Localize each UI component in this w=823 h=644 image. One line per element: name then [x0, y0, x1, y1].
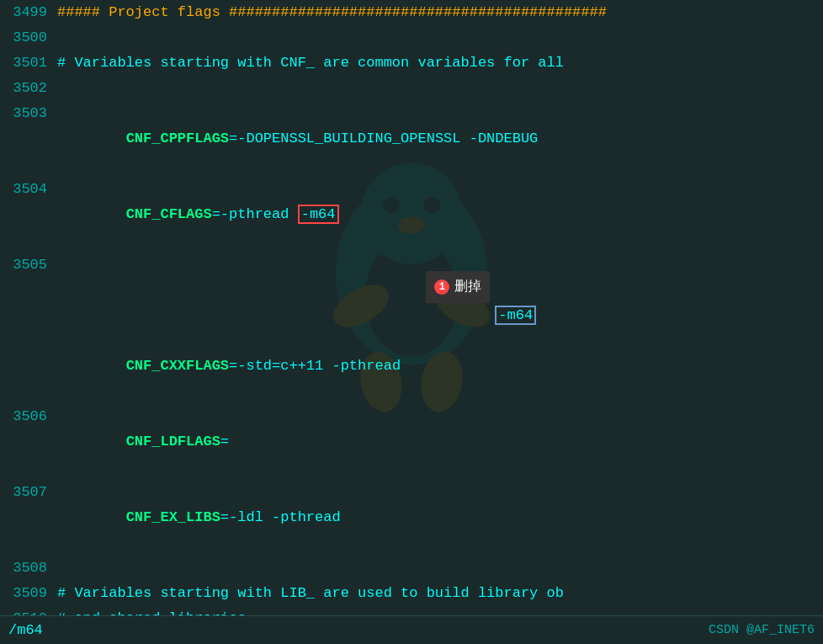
code-lines: 3499 ##### Project flags ###############… — [0, 0, 823, 615]
keyword: CNF_CXXFLAGS — [126, 358, 229, 374]
keyword: CNF_LDFLAGS — [126, 434, 220, 450]
code-line: 3501 # Variables starting with CNF_ are … — [0, 51, 823, 76]
keyword: CNF_CPPFLAGS — [126, 130, 229, 146]
code-line: 3503 CNF_CPPFLAGS=-DOPENSSL_BUILDING_OPE… — [0, 101, 823, 177]
line-content: CNF_CFLAGS=-pthread -m64 — [57, 177, 823, 253]
line-content: CNF_EX_LIBS=-ldl -pthread — [57, 480, 823, 556]
line-number: 3500 — [0, 25, 57, 51]
code-line: 3507 CNF_EX_LIBS=-ldl -pthread — [0, 480, 823, 556]
line-number: 3499 — [0, 0, 57, 25]
code-line: 3505 CNF_CXXFLAGS=-std=c++11 -pthread -m… — [0, 253, 823, 404]
status-left: /m64 — [8, 622, 43, 638]
code-line: 3510 # and shared libraries. — [0, 606, 823, 615]
line-number: 3501 — [0, 51, 57, 76]
code-line: 3506 CNF_LDFLAGS= — [0, 404, 823, 480]
line-content: # Variables starting with LIB_ are used … — [57, 581, 823, 606]
highlighted-text-blue: -m64 — [495, 306, 536, 325]
line-content: # Variables starting with CNF_ are commo… — [57, 51, 823, 76]
code-rest: =-ldl -pthread — [220, 509, 341, 525]
highlighted-text: -m64 — [298, 205, 339, 224]
line-content: # and shared libraries. — [57, 606, 823, 615]
code-rest: = — [220, 434, 229, 450]
tooltip-label: 删掉 — [454, 274, 481, 300]
line-number: 3503 — [0, 101, 57, 126]
status-right: CSDN @AF_INET6 — [709, 623, 815, 637]
line-number: 3506 — [0, 404, 57, 429]
tooltip-badge: 1 — [434, 279, 449, 295]
code-line: 3504 CNF_CFLAGS=-pthread -m64 — [0, 177, 823, 253]
code-before: =-pthread — [212, 206, 298, 222]
line-number: 3507 — [0, 480, 57, 505]
code-editor: 3499 ##### Project flags ###############… — [0, 0, 823, 615]
line-number: 3510 — [0, 606, 57, 615]
code-line: 3509 # Variables starting with LIB_ are … — [0, 581, 823, 606]
line-number: 3505 — [0, 253, 57, 278]
code-line: 3499 ##### Project flags ###############… — [0, 0, 823, 25]
code-before: =-std=c++11 -pthread — [229, 358, 409, 374]
keyword: CNF_EX_LIBS — [126, 509, 220, 525]
code-rest: =-DOPENSSL_BUILDING_OPENSSL -DNDEBUG — [229, 130, 538, 146]
line-content: CNF_CXXFLAGS=-std=c++11 -pthread -m64 1 … — [57, 253, 823, 404]
tooltip-container: -m64 1 删掉 — [409, 278, 536, 379]
tooltip-popup: 1 删掉 — [426, 271, 490, 303]
keyword: CNF_CFLAGS — [126, 206, 212, 222]
line-content: CNF_CPPFLAGS=-DOPENSSL_BUILDING_OPENSSL … — [57, 101, 823, 177]
line-number: 3504 — [0, 177, 57, 202]
line-content: CNF_LDFLAGS= — [57, 404, 823, 480]
code-line: 3508 — [0, 556, 823, 581]
code-line: 3500 — [0, 25, 823, 51]
line-number: 3508 — [0, 556, 57, 581]
code-line: 3502 — [0, 76, 823, 101]
line-number: 3502 — [0, 76, 57, 101]
status-bar: /m64 CSDN @AF_INET6 — [0, 615, 823, 644]
line-content: ##### Project flags ####################… — [57, 0, 823, 25]
line-number: 3509 — [0, 581, 57, 606]
